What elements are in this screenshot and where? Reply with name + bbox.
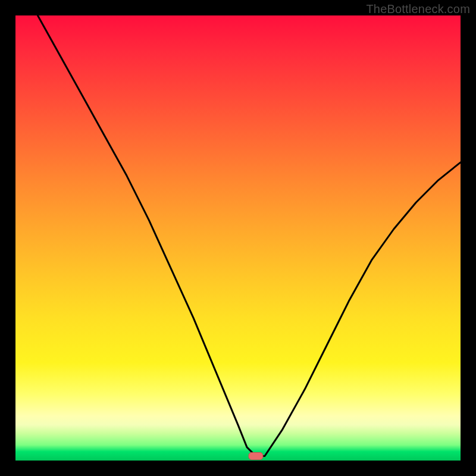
plot-area [15, 15, 461, 461]
chart-svg [15, 15, 461, 461]
optimum-marker [249, 453, 263, 460]
watermark-text: TheBottleneck.com [366, 2, 470, 16]
chart-frame: TheBottleneck.com [0, 0, 476, 476]
bottleneck-curve [37, 15, 461, 456]
